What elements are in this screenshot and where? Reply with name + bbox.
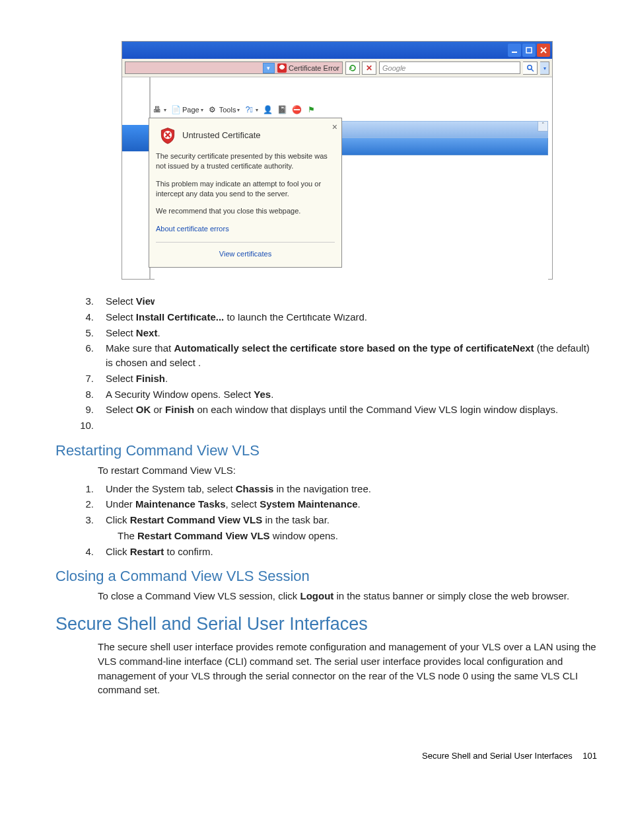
certificate-error-chip[interactable]: Certificate Error	[277, 63, 339, 73]
list-item: 2.Under Maintenance Tasks, select System…	[55, 497, 598, 512]
titlebar	[122, 42, 552, 59]
heading-close: Closing a Command View VLS Session	[55, 568, 598, 585]
shield-error-icon	[277, 63, 287, 73]
restart-intro: To restart Command View VLS:	[98, 463, 598, 478]
svg-rect-0	[512, 52, 517, 53]
shield-warning-icon	[158, 126, 177, 145]
list-item: 10.	[55, 418, 598, 433]
chevron-down-icon: ▾	[201, 107, 203, 113]
instruction-list-b: 1.Under the System tab, select Chassis i…	[55, 482, 598, 559]
page-menu[interactable]: 📄 Page ▾	[170, 104, 203, 115]
instruction-list-a: 3.Select View certificates. A Certificat…	[55, 294, 598, 433]
certificate-error-label: Certificate Error	[289, 64, 339, 72]
tools-menu-label: Tools	[219, 106, 236, 114]
printer-icon: 🖶	[152, 104, 162, 115]
popup-close-button[interactable]: ×	[332, 121, 337, 134]
chevron-down-icon: ▾	[256, 107, 258, 113]
ssh-paragraph: The secure shell user interface provides…	[98, 640, 598, 697]
address-bar-row: ▾ Certificate Error ✕ Google	[122, 59, 552, 77]
certificate-popup: × Untrusted Certificate The security cer…	[149, 118, 342, 268]
list-item: 5.Select Next.	[55, 326, 598, 340]
about-cert-errors-link[interactable]: About certificate errors	[156, 225, 229, 233]
page-icon: 📄	[170, 104, 181, 115]
close-button[interactable]	[537, 44, 550, 57]
page-menu-label: Page	[182, 106, 199, 114]
footer-title: Secure Shell and Serial User Interfaces	[422, 751, 573, 761]
svg-point-2	[527, 65, 531, 69]
stop-button[interactable]: ✕	[362, 61, 376, 75]
stop-icon[interactable]: ⛔	[291, 104, 302, 115]
list-item: 6.Make sure that Automatically select th…	[55, 341, 598, 370]
list-item: 3.Click Restart Command View VLS in the …	[55, 513, 598, 527]
search-input[interactable]: Google	[379, 61, 520, 74]
messenger-icon[interactable]: 👤	[262, 104, 273, 115]
search-go-button[interactable]	[523, 61, 538, 75]
toolbar-strip: 🖶 ▾ 📄 Page ▾ ⚙ Tools ▾	[151, 102, 552, 117]
minimize-button[interactable]	[508, 44, 521, 57]
maximize-button[interactable]	[522, 44, 536, 57]
chevron-down-icon: ▾	[164, 107, 166, 113]
chevron-down-icon: ▾	[237, 107, 240, 113]
addon-icon[interactable]: ⚑	[306, 104, 316, 115]
research-icon[interactable]: 📓	[277, 104, 287, 115]
list-item: 9.Select OK or Finish on each window tha…	[55, 402, 598, 417]
address-dropdown-icon[interactable]: ▾	[263, 63, 275, 73]
list-item: 1.Under the System tab, select Chassis i…	[55, 482, 598, 496]
popup-text-3: We recommend that you close this webpage…	[156, 206, 335, 216]
list-item: 7.Select Finish.	[55, 371, 598, 386]
selected-tab-marker	[122, 125, 149, 151]
help-button[interactable]: ?⃝ ▾	[244, 104, 258, 115]
svg-rect-1	[526, 48, 532, 53]
refresh-button[interactable]	[345, 61, 360, 75]
heading-ssh: Secure Shell and Serial User Interfaces	[55, 614, 598, 634]
page-footer: Secure Shell and Serial User Interfaces …	[0, 701, 630, 761]
popup-title: Untrusted Certificate	[182, 130, 261, 141]
popup-text-2: This problem may indicate an attempt to …	[156, 179, 335, 199]
footer-page-number: 101	[582, 751, 597, 761]
help-icon: ?⃝	[244, 104, 254, 115]
view-certificates-link[interactable]: View certificates	[156, 242, 335, 260]
scroll-up-button[interactable]: ˄	[538, 121, 548, 132]
left-panel	[122, 77, 150, 279]
address-bar[interactable]: ▾ Certificate Error	[125, 61, 343, 74]
svg-line-3	[531, 69, 534, 72]
list-item: 8.A Security Window opens. Select Yes.	[55, 387, 598, 402]
close-paragraph: To close a Command View VLS session, cli…	[98, 589, 598, 603]
search-placeholder: Google	[382, 64, 405, 72]
print-button[interactable]: 🖶 ▾	[152, 104, 166, 115]
gear-icon: ⚙	[207, 104, 218, 115]
list-sub-item: The Restart Command View VLS window open…	[118, 529, 598, 543]
search-dropdown-icon[interactable]: ▾	[540, 61, 549, 75]
list-item: 4.Click Restart to confirm.	[55, 545, 598, 559]
tools-menu[interactable]: ⚙ Tools ▾	[207, 104, 240, 115]
popup-text-1: The security certificate presented by th…	[156, 151, 335, 171]
heading-restart: Restarting Command View VLS	[55, 442, 598, 459]
